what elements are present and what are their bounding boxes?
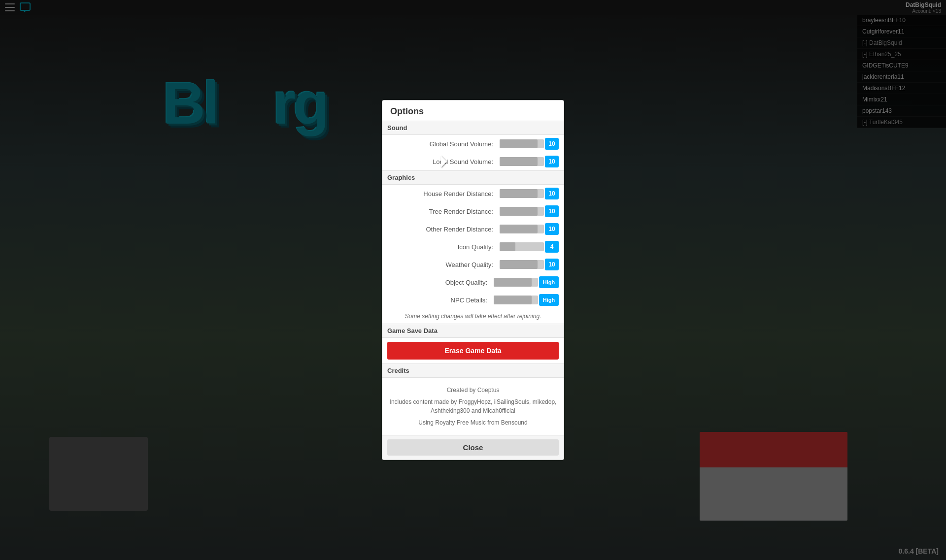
- house-render-label: House Render Distance:: [387, 190, 496, 198]
- slider-track[interactable]: [500, 157, 544, 166]
- slider-fill: [500, 260, 538, 269]
- other-render-slider[interactable]: 10: [500, 223, 559, 235]
- weather-quality-label: Weather Quality:: [387, 261, 496, 268]
- erase-game-data-button[interactable]: Erase Game Data: [387, 342, 559, 360]
- credits-line-1: Created by Coeptus: [388, 386, 558, 395]
- icon-quality-label: Icon Quality:: [387, 243, 496, 251]
- house-render-slider[interactable]: 10: [500, 188, 559, 199]
- weather-quality-row: Weather Quality: 10: [382, 256, 564, 273]
- icon-quality-slider[interactable]: 4: [500, 241, 559, 253]
- global-sound-row: Global Sound Volume: 10: [382, 135, 564, 153]
- icon-quality-row: Icon Quality: 4: [382, 238, 564, 256]
- slider-track[interactable]: [500, 189, 544, 198]
- slider-track[interactable]: [494, 296, 538, 304]
- slider-fill: [494, 296, 532, 304]
- local-sound-slider[interactable]: 10: [500, 156, 559, 167]
- local-sound-row: Local Sound Volume: 10: [382, 153, 564, 170]
- house-render-row: House Render Distance: 10: [382, 185, 564, 202]
- tree-render-label: Tree Render Distance:: [387, 208, 496, 215]
- object-quality-row: Object Quality: High: [382, 273, 564, 291]
- local-sound-label: Local Sound Volume:: [387, 158, 496, 165]
- tree-render-slider[interactable]: 10: [500, 205, 559, 217]
- slider-fill: [500, 189, 538, 198]
- close-button[interactable]: Close: [387, 439, 559, 456]
- tree-render-row: Tree Render Distance: 10: [382, 202, 564, 220]
- slider-fill: [500, 157, 538, 166]
- slider-track[interactable]: [500, 242, 544, 251]
- slider-track[interactable]: [500, 260, 544, 269]
- slider-track[interactable]: [500, 225, 544, 233]
- slider-track[interactable]: [494, 278, 538, 287]
- modal-body[interactable]: Sound Global Sound Volume: 10 Local Soun…: [382, 121, 564, 435]
- other-render-row: Other Render Distance: 10: [382, 220, 564, 238]
- slider-fill: [500, 139, 538, 148]
- slider-fill: [494, 278, 532, 287]
- slider-track[interactable]: [500, 139, 544, 148]
- options-modal: Options Sound Global Sound Volume: 10 Lo…: [382, 100, 564, 460]
- credits-line-2: Includes content made by FroggyHopz, iiS…: [388, 397, 558, 415]
- game-save-section-header: Game Save Data: [382, 324, 564, 338]
- other-render-value: 10: [545, 223, 559, 235]
- npc-details-row: NPC Details: High: [382, 291, 564, 309]
- object-quality-value: High: [539, 276, 559, 288]
- weather-quality-value: 10: [545, 259, 559, 270]
- settings-notice: Some setting changes will take effect af…: [382, 309, 564, 324]
- npc-details-label: NPC Details:: [387, 296, 490, 304]
- slider-fill: [500, 242, 515, 251]
- other-render-label: Other Render Distance:: [387, 226, 496, 233]
- credits-section-header: Credits: [382, 363, 564, 378]
- object-quality-label: Object Quality:: [387, 279, 490, 286]
- modal-overlay: Options Sound Global Sound Volume: 10 Lo…: [0, 0, 946, 560]
- icon-quality-value: 4: [545, 241, 559, 253]
- npc-details-slider[interactable]: High: [494, 294, 559, 306]
- credits-line-3: Using Royalty Free Music from Bensound: [388, 418, 558, 427]
- house-render-value: 10: [545, 188, 559, 199]
- weather-quality-slider[interactable]: 10: [500, 259, 559, 270]
- npc-details-value: High: [539, 294, 559, 306]
- tree-render-value: 10: [545, 205, 559, 217]
- modal-footer: Close: [382, 435, 564, 460]
- graphics-section-header: Graphics: [382, 170, 564, 185]
- slider-fill: [500, 207, 538, 216]
- slider-track[interactable]: [500, 207, 544, 216]
- local-sound-value: 10: [545, 156, 559, 167]
- modal-title: Options: [382, 100, 564, 121]
- slider-fill: [500, 225, 538, 233]
- sound-section-header: Sound: [382, 121, 564, 135]
- global-sound-value: 10: [545, 138, 559, 150]
- global-sound-label: Global Sound Volume:: [387, 140, 496, 148]
- credits-content: Created by Coeptus Includes content made…: [382, 378, 564, 435]
- global-sound-slider[interactable]: 10: [500, 138, 559, 150]
- object-quality-slider[interactable]: High: [494, 276, 559, 288]
